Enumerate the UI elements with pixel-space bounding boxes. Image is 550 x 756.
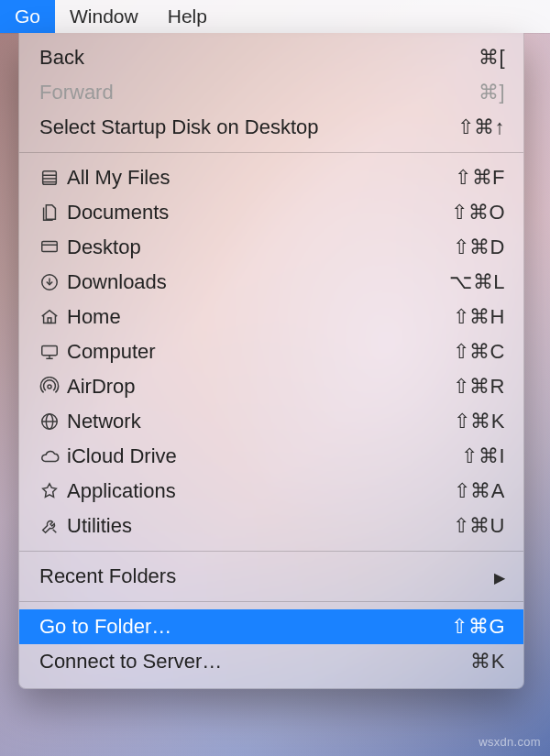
- network-icon: [39, 411, 67, 432]
- documents-icon: [39, 203, 67, 223]
- shortcut-label: ⇧⌘U: [453, 514, 505, 538]
- menu-item-label: iCloud Drive: [67, 444, 461, 468]
- menu-item-label: Network: [67, 410, 454, 433]
- menu-item-all-my-files[interactable]: All My Files ⇧⌘F: [19, 160, 523, 195]
- menubar-item-help[interactable]: Help: [153, 0, 222, 33]
- menu-item-label: Recent Folders: [39, 564, 494, 588]
- shortcut-label: ⌘]: [478, 81, 505, 104]
- menu-item-startup-disk[interactable]: Select Startup Disk on Desktop ⇧⌘↑: [19, 110, 523, 145]
- menu-separator: [19, 551, 523, 552]
- svg-rect-8: [42, 346, 58, 356]
- menubar-item-window[interactable]: Window: [55, 0, 153, 33]
- shortcut-label: ⇧⌘R: [453, 375, 505, 399]
- applications-icon: [39, 481, 67, 501]
- menu-item-label: Desktop: [67, 236, 453, 259]
- svg-point-11: [48, 385, 51, 389]
- menu-item-label: Connect to Server…: [39, 650, 470, 674]
- menu-item-label: Utilities: [67, 514, 453, 538]
- menu-item-back[interactable]: Back ⌘[: [19, 40, 523, 75]
- menu-item-go-to-folder[interactable]: Go to Folder… ⇧⌘G: [19, 609, 523, 644]
- menu-item-label: Downloads: [67, 270, 449, 294]
- shortcut-label: ⇧⌘H: [453, 305, 505, 329]
- menu-item-documents[interactable]: Documents ⇧⌘O: [19, 195, 523, 230]
- menu-item-label: All My Files: [67, 166, 455, 190]
- shortcut-label: ⌘[: [478, 46, 505, 70]
- menu-item-label: Back: [39, 46, 478, 70]
- shortcut-label: ⇧⌘O: [451, 201, 505, 225]
- shortcut-label: ⇧⌘A: [454, 479, 505, 503]
- all-my-files-icon: [39, 168, 67, 188]
- utilities-icon: [39, 516, 67, 536]
- menu-item-icloud-drive[interactable]: iCloud Drive ⇧⌘I: [19, 439, 523, 474]
- menu-item-label: AirDrop: [67, 375, 453, 399]
- shortcut-label: ⇧⌘K: [454, 410, 505, 433]
- menu-item-computer[interactable]: Computer ⇧⌘C: [19, 334, 523, 369]
- menu-item-label: Documents: [67, 201, 451, 225]
- menu-item-recent-folders[interactable]: Recent Folders ▶: [19, 559, 523, 594]
- submenu-arrow-icon: ▶: [494, 567, 506, 586]
- svg-rect-4: [42, 242, 58, 252]
- menu-item-label: Select Startup Disk on Desktop: [39, 115, 457, 139]
- menu-item-label: Forward: [39, 81, 478, 104]
- menu-item-label: Home: [67, 305, 453, 329]
- menubar-item-go[interactable]: Go: [0, 0, 55, 33]
- menu-item-applications[interactable]: Applications ⇧⌘A: [19, 474, 523, 509]
- menu-item-connect-to-server[interactable]: Connect to Server… ⌘K: [19, 644, 523, 679]
- menu-separator: [19, 601, 523, 602]
- shortcut-label: ⌥⌘L: [449, 270, 505, 294]
- airdrop-icon: [39, 377, 67, 397]
- home-icon: [39, 307, 67, 327]
- shortcut-label: ⇧⌘D: [453, 236, 505, 259]
- menu-item-label: Go to Folder…: [39, 615, 451, 639]
- shortcut-label: ⌘K: [470, 650, 505, 674]
- watermark-text: wsxdn.com: [478, 735, 541, 749]
- menu-item-downloads[interactable]: Downloads ⌥⌘L: [19, 265, 523, 300]
- shortcut-label: ⇧⌘C: [453, 340, 505, 364]
- menu-item-label: Computer: [67, 340, 453, 364]
- shortcut-label: ⇧⌘I: [461, 444, 505, 468]
- shortcut-label: ⇧⌘F: [455, 166, 505, 190]
- icloud-icon: [39, 446, 67, 466]
- menu-item-airdrop[interactable]: AirDrop ⇧⌘R: [19, 369, 523, 404]
- downloads-icon: [39, 272, 67, 292]
- menu-item-network[interactable]: Network ⇧⌘K: [19, 404, 523, 439]
- go-menu-dropdown: Back ⌘[ Forward ⌘] Select Startup Disk o…: [18, 33, 524, 689]
- menubar: Go Window Help: [0, 0, 550, 33]
- desktop-background: Go Window Help Back ⌘[ Forward ⌘] Select…: [0, 0, 550, 756]
- menu-item-forward: Forward ⌘]: [19, 75, 523, 110]
- desktop-icon: [39, 237, 67, 257]
- menu-item-home[interactable]: Home ⇧⌘H: [19, 300, 523, 334]
- svg-rect-7: [48, 318, 51, 323]
- menu-separator: [19, 152, 523, 153]
- menu-item-label: Applications: [67, 479, 454, 503]
- computer-icon: [39, 342, 67, 362]
- menu-item-utilities[interactable]: Utilities ⇧⌘U: [19, 509, 523, 543]
- shortcut-label: ⇧⌘G: [451, 615, 505, 639]
- shortcut-label: ⇧⌘↑: [457, 115, 506, 139]
- menu-item-desktop[interactable]: Desktop ⇧⌘D: [19, 230, 523, 265]
